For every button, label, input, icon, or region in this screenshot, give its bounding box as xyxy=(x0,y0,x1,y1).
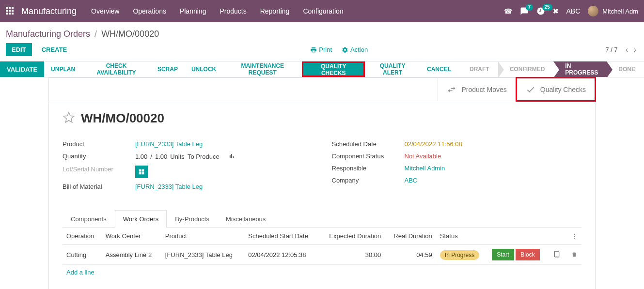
unplan-button[interactable]: UNPLAN xyxy=(44,61,82,77)
cell-product: [FURN_2333] Table Leg xyxy=(161,245,245,265)
scheduled-value: 02/04/2022 11:56:08 xyxy=(405,140,582,148)
top-navbar: Manufacturing Overview Operations Planni… xyxy=(0,0,644,22)
comp-status-value: Not Available xyxy=(405,152,582,160)
cell-real: 04:59 xyxy=(385,245,436,265)
status-draft[interactable]: DRAFT xyxy=(458,61,498,77)
apps-icon[interactable] xyxy=(6,7,15,15)
unlock-button[interactable]: UNLOCK xyxy=(185,61,223,77)
status-bar: DRAFT CONFIRMED IN PROGRESS DONE xyxy=(458,61,644,77)
action-button[interactable]: Action xyxy=(342,46,368,53)
validate-button[interactable]: VALIDATE xyxy=(0,61,44,77)
th-product[interactable]: Product xyxy=(161,228,245,245)
kebab-icon[interactable] xyxy=(571,232,578,240)
create-button[interactable]: CREATE xyxy=(36,43,73,56)
favorite-star-icon[interactable] xyxy=(63,111,75,125)
quality-checks-button[interactable]: QUALITY CHECKS xyxy=(302,61,365,77)
th-status[interactable]: Status xyxy=(436,228,488,245)
close-icon[interactable] xyxy=(553,7,559,15)
breadcrumb: Manufacturing Orders / WH/MO/00020 xyxy=(0,22,644,43)
check-availability-button[interactable]: CHECK AVAILABILITY xyxy=(82,61,151,77)
user-menu[interactable]: Mitchell Adm xyxy=(588,6,638,16)
phone-icon[interactable] xyxy=(504,7,512,15)
product-value[interactable]: [FURN_2333] Table Leg xyxy=(135,140,313,148)
qty-sep: / xyxy=(150,153,152,160)
menu-configuration[interactable]: Configuration xyxy=(303,7,343,15)
gear-icon xyxy=(342,46,348,53)
tab-miscellaneous[interactable]: Miscellaneous xyxy=(218,210,274,228)
edit-button[interactable]: EDIT xyxy=(6,43,32,56)
print-button[interactable]: Print xyxy=(310,46,332,53)
tabs: Components Work Orders By-Products Misce… xyxy=(63,210,581,228)
cancel-button[interactable]: CANCEL xyxy=(420,61,458,77)
status-badge: In Progress xyxy=(440,250,479,260)
quantity-label: Quantity xyxy=(63,152,135,161)
qty-uom: Units xyxy=(170,153,185,160)
scheduled-label: Scheduled Date xyxy=(332,140,405,148)
tablet-icon[interactable] xyxy=(553,252,560,259)
status-in-progress[interactable]: IN PROGRESS xyxy=(553,61,607,77)
scrap-button[interactable]: SCRAP xyxy=(151,61,185,77)
responsible-value[interactable]: Mitchell Admin xyxy=(405,165,582,172)
th-real[interactable]: Real Duration xyxy=(385,228,436,245)
main-menu: Overview Operations Planning Products Re… xyxy=(91,7,503,15)
bom-label: Bill of Material xyxy=(63,183,135,190)
th-work-center[interactable]: Work Center xyxy=(102,228,161,245)
company-label-field: Company xyxy=(332,177,405,184)
company-label[interactable]: ABC xyxy=(566,7,581,15)
product-moves-button[interactable]: Product Moves xyxy=(438,78,515,101)
work-orders-table: Operation Work Center Product Scheduled … xyxy=(63,228,581,280)
breadcrumb-current: WH/MO/00020 xyxy=(101,29,159,39)
check-icon xyxy=(526,85,535,94)
svg-rect-0 xyxy=(554,251,559,257)
quality-checks-stat-button[interactable]: Quality Checks xyxy=(516,77,596,102)
pager-prev-icon[interactable]: ‹ xyxy=(624,46,630,54)
th-expected[interactable]: Expected Duration xyxy=(319,228,385,245)
maintenance-button[interactable]: MAINTENANCE REQUEST xyxy=(223,61,302,77)
th-scheduled[interactable]: Scheduled Start Date xyxy=(244,228,319,245)
company-value[interactable]: ABC xyxy=(405,177,582,184)
tab-work-orders[interactable]: Work Orders xyxy=(115,210,167,228)
trash-icon[interactable] xyxy=(571,252,578,259)
action-row: VALIDATE UNPLAN CHECK AVAILABILITY SCRAP… xyxy=(0,61,644,77)
app-title: Manufacturing xyxy=(21,6,77,16)
swap-icon xyxy=(447,85,456,94)
quality-alert-button[interactable]: QUALITY ALERT xyxy=(365,61,420,77)
menu-reporting[interactable]: Reporting xyxy=(260,7,290,15)
pager-text: 7 / 7 xyxy=(605,46,617,53)
user-name: Mitchell Adm xyxy=(602,8,638,15)
qty-suffix: To Produce xyxy=(188,153,220,160)
status-confirmed[interactable]: CONFIRMED xyxy=(498,61,554,77)
cell-work-center: Assembly Line 2 xyxy=(102,245,161,265)
chat-icon[interactable]: 7 xyxy=(520,7,529,15)
comp-status-label: Component Status xyxy=(332,152,405,160)
avatar xyxy=(588,6,598,16)
breadcrumb-root[interactable]: Manufacturing Orders xyxy=(6,29,90,39)
control-bar: EDIT CREATE Print Action 7 / 7 ‹ › xyxy=(0,43,644,61)
product-label: Product xyxy=(63,140,135,148)
table-row[interactable]: Cutting Assembly Line 2 [FURN_2333] Tabl… xyxy=(63,245,581,265)
print-icon xyxy=(310,46,317,53)
pager-next-icon[interactable]: › xyxy=(632,46,638,54)
menu-products[interactable]: Products xyxy=(220,7,246,15)
qty-total[interactable]: 1.00 xyxy=(155,153,167,160)
chart-icon[interactable] xyxy=(228,152,235,161)
menu-operations[interactable]: Operations xyxy=(133,7,166,15)
th-operation[interactable]: Operation xyxy=(63,228,102,245)
add-line[interactable]: Add a line xyxy=(63,265,581,280)
quality-checks-stat-label: Quality Checks xyxy=(540,86,586,93)
menu-planning[interactable]: Planning xyxy=(180,7,206,15)
cell-scheduled: 02/04/2022 12:05:38 xyxy=(244,245,319,265)
product-moves-label: Product Moves xyxy=(461,86,506,93)
lot-label: Lot/Serial Number xyxy=(63,166,135,178)
bom-value[interactable]: [FURN_2333] Table Leg xyxy=(135,183,313,190)
cell-expected: 30:00 xyxy=(319,245,385,265)
clock-icon[interactable]: 25 xyxy=(536,7,545,15)
pager: 7 / 7 ‹ › xyxy=(605,46,638,54)
lot-grid-button[interactable] xyxy=(135,166,148,178)
tab-components[interactable]: Components xyxy=(63,210,115,228)
tab-by-products[interactable]: By-Products xyxy=(167,210,218,228)
block-button[interactable]: Block xyxy=(516,249,539,260)
start-button[interactable]: Start xyxy=(492,249,514,260)
cell-operation: Cutting xyxy=(63,245,102,265)
menu-overview[interactable]: Overview xyxy=(91,7,119,15)
